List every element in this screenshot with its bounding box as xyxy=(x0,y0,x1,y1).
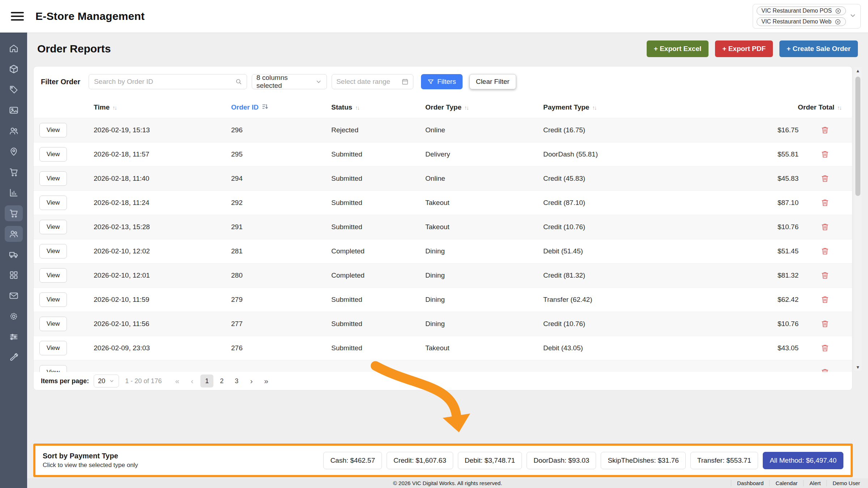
first-page-button[interactable]: « xyxy=(171,374,184,388)
page-button-3[interactable]: 3 xyxy=(230,374,243,388)
remove-chip-icon[interactable] xyxy=(835,8,841,14)
delete-order-icon[interactable] xyxy=(821,174,829,183)
view-button[interactable]: View xyxy=(39,220,67,234)
view-button[interactable]: View xyxy=(39,196,67,210)
export-pdf-button[interactable]: + Export PDF xyxy=(715,40,773,57)
create-sale-order-button[interactable]: + Create Sale Order xyxy=(779,40,858,57)
last-page-button[interactable]: » xyxy=(260,374,273,388)
scrollbar-thumb[interactable] xyxy=(855,77,860,196)
sidebar-item-reports[interactable] xyxy=(5,185,23,201)
cell-time: 2026-02-18, 11:40 xyxy=(94,175,231,183)
menu-icon[interactable] xyxy=(11,10,24,23)
column-header-payment-type[interactable]: Payment Type xyxy=(543,103,722,111)
payment-method-button[interactable]: All Method: $6,497.40 xyxy=(763,452,843,469)
app-header: E-Store Management VIC Restaurant Demo P… xyxy=(0,0,868,33)
payment-method-button[interactable]: Debit: $3,748.71 xyxy=(458,452,522,469)
sidebar-item-orders[interactable] xyxy=(5,205,23,221)
delete-order-icon[interactable] xyxy=(821,198,829,207)
delete-order-icon[interactable] xyxy=(821,344,829,352)
pager: « ‹ 1 2 3 › » xyxy=(171,374,273,388)
scroll-down-icon[interactable]: ▼ xyxy=(854,364,861,371)
remove-chip-icon[interactable] xyxy=(835,19,841,25)
column-header-order-id[interactable]: Order ID xyxy=(231,103,331,112)
delete-order-icon[interactable] xyxy=(821,150,829,159)
cell-time: 2026-02-10, 12:01 xyxy=(94,271,231,279)
footer-link-calendar[interactable]: Calendar xyxy=(769,480,803,486)
sidebar-item-messages[interactable] xyxy=(5,288,23,304)
view-button[interactable]: View xyxy=(39,341,67,355)
view-button[interactable]: View xyxy=(39,268,67,283)
cart-icon xyxy=(9,208,19,218)
delete-order-icon[interactable] xyxy=(821,271,829,280)
footer-link-demo-user[interactable]: Demo User xyxy=(826,480,866,486)
column-header-order-type[interactable]: Order Type xyxy=(425,103,543,111)
view-button[interactable]: View xyxy=(39,317,67,331)
columns-select[interactable]: 8 columns selected xyxy=(252,74,327,89)
pagination-range: 1 - 20 of 176 xyxy=(125,377,162,385)
sidebar-item-delivery[interactable] xyxy=(5,247,23,262)
view-button[interactable]: View xyxy=(39,147,67,162)
cell-payment-type: Credit (10.76) xyxy=(543,320,722,328)
cell-time: 2026-02-18, 11:57 xyxy=(94,150,231,158)
sidebar-item-locations[interactable] xyxy=(5,144,23,159)
payment-method-button[interactable]: Cash: $462.57 xyxy=(323,452,382,469)
export-excel-button[interactable]: + Export Excel xyxy=(647,40,709,57)
prev-page-button[interactable]: ‹ xyxy=(186,374,199,388)
view-button[interactable]: View xyxy=(39,365,67,373)
sidebar-item-gallery[interactable] xyxy=(5,102,23,118)
sort-icon xyxy=(592,104,596,111)
workspace-chip-web[interactable]: VIC Restaurant Demo Web xyxy=(757,17,846,26)
mail-icon xyxy=(9,291,19,301)
scroll-up-icon[interactable]: ▲ xyxy=(854,67,861,74)
view-button[interactable]: View xyxy=(39,244,67,258)
payment-method-button[interactable]: Credit: $1,607.63 xyxy=(387,452,453,469)
delete-order-icon[interactable] xyxy=(821,320,829,328)
sidebar-item-staff[interactable] xyxy=(5,226,23,242)
delete-order-icon[interactable] xyxy=(821,295,829,304)
delete-order-icon[interactable] xyxy=(821,126,829,134)
page-button-1[interactable]: 1 xyxy=(200,374,213,388)
view-button[interactable]: View xyxy=(39,292,67,307)
payment-method-button[interactable]: Transfer: $553.71 xyxy=(690,452,758,469)
items-per-page-select[interactable]: 20 xyxy=(94,374,119,388)
workspace-selector[interactable]: VIC Restaurant Demo POS VIC Restaurant D… xyxy=(753,4,861,29)
clear-filter-button[interactable]: Clear Filter xyxy=(469,74,516,89)
filter-label: Filter Order xyxy=(41,78,80,86)
column-header-time[interactable]: Time xyxy=(94,103,231,111)
sidebar-item-products[interactable] xyxy=(5,61,23,77)
workspace-chip-label: VIC Restaurant Demo Web xyxy=(761,18,831,25)
table-row: View 2026-02-18, 11:40 294 Submitted Onl… xyxy=(34,166,852,191)
sidebar-item-apps[interactable] xyxy=(5,267,23,283)
sidebar-item-customers[interactable] xyxy=(5,123,23,139)
sidebar-item-tools[interactable] xyxy=(5,350,23,365)
view-button[interactable]: View xyxy=(39,123,67,137)
funnel-icon xyxy=(427,78,434,85)
footer-link-alert[interactable]: Alert xyxy=(803,480,826,486)
vertical-scrollbar[interactable]: ▲ ▼ xyxy=(854,67,861,371)
sidebar-item-settings[interactable] xyxy=(5,308,23,324)
payment-method-button[interactable]: DoorDash: $93.03 xyxy=(527,452,596,469)
view-button[interactable]: View xyxy=(39,171,67,186)
chevron-down-icon[interactable] xyxy=(849,12,857,21)
orders-card: Filter Order 8 columns selected Select d… xyxy=(33,66,852,390)
gear-icon xyxy=(9,311,19,321)
filters-button[interactable]: Filters xyxy=(421,74,463,89)
next-page-button[interactable]: › xyxy=(245,374,258,388)
payment-method-button[interactable]: SkipTheDishes: $31.76 xyxy=(601,452,685,469)
sidebar-item-preferences[interactable] xyxy=(5,329,23,345)
order-search-input[interactable] xyxy=(89,74,247,89)
delete-order-icon[interactable] xyxy=(821,247,829,256)
footer-link-dashboard[interactable]: Dashboard xyxy=(731,480,769,486)
search-input[interactable] xyxy=(89,78,235,86)
sidebar-item-shop[interactable] xyxy=(5,164,23,180)
column-header-status[interactable]: Status xyxy=(331,103,425,111)
workspace-chip-pos[interactable]: VIC Restaurant Demo POS xyxy=(757,7,846,15)
main-content: Order Reports + Export Excel + Export PD… xyxy=(27,33,868,488)
sidebar-item-tags[interactable] xyxy=(5,82,23,98)
column-header-order-total[interactable]: Order Total xyxy=(722,103,841,111)
date-range-input[interactable]: Select date range xyxy=(332,74,413,89)
cell-status: Submitted xyxy=(331,320,425,328)
delete-order-icon[interactable] xyxy=(821,223,829,231)
page-button-2[interactable]: 2 xyxy=(215,374,228,388)
sidebar-item-home[interactable] xyxy=(5,40,23,56)
